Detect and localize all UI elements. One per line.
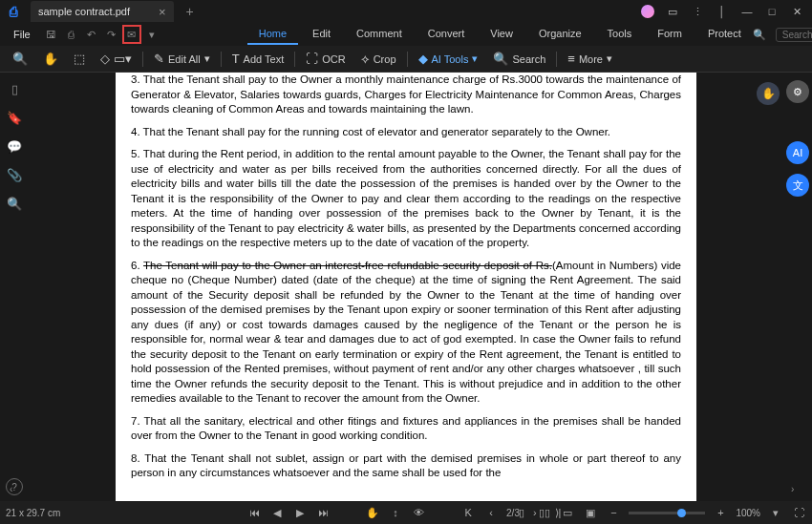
- nav-first-icon[interactable]: ⏮: [246, 505, 262, 520]
- attachment-icon[interactable]: 📎: [6, 166, 23, 183]
- paragraph-3: 3. That the Tenant shall pay to the Owne…: [131, 73, 681, 117]
- divider: [556, 52, 557, 67]
- hand-badge-icon[interactable]: ✋: [757, 82, 780, 105]
- page-next-icon[interactable]: ›: [527, 505, 543, 520]
- page-dimensions: 21 x 29.7 cm: [6, 508, 60, 518]
- menu-bar: File 🖫 ⎙ ↶ ↷ ✉ ▾ Home Edit Comment Conve…: [0, 23, 812, 46]
- main-menu: Home Edit Comment Convert View Organize …: [247, 25, 753, 45]
- status-bar: 21 x 29.7 cm ⏮ ◀ ▶ ⏭ ✋ ↕ 👁 K ‹ 2/3 › ⟩| …: [0, 501, 812, 524]
- print-icon[interactable]: ⎙: [62, 25, 81, 44]
- ai-tools-button[interactable]: ◆AI Tools▾: [414, 50, 483, 68]
- menu-comment[interactable]: Comment: [345, 25, 414, 45]
- struck-text: The Tenant will pay to the Owner an inte…: [143, 260, 552, 271]
- divider: [142, 52, 143, 67]
- highlight-button[interactable]: ◇▭▾: [96, 50, 137, 68]
- divider: │: [711, 2, 734, 21]
- hand-tool-button[interactable]: ✋: [38, 50, 63, 68]
- maximize-icon[interactable]: □: [760, 2, 783, 21]
- crop-button[interactable]: ⟡Crop: [356, 50, 401, 69]
- document-tab[interactable]: sample contract.pdf ×: [31, 1, 174, 22]
- paragraph-6: 6. The Tenant will pay to the Owner an i…: [131, 259, 681, 407]
- add-text-button[interactable]: TAdd Text: [227, 50, 289, 68]
- more-button[interactable]: ≡More▾: [563, 50, 617, 68]
- menu-icon[interactable]: ▭: [661, 2, 684, 21]
- undo-icon[interactable]: ↶: [82, 25, 101, 44]
- minimize-icon[interactable]: —: [736, 2, 759, 21]
- menu-form[interactable]: Form: [646, 25, 694, 45]
- more-icon[interactable]: ⋮: [686, 2, 709, 21]
- comment-panel-icon[interactable]: 💬: [6, 137, 23, 155]
- page-indicator: 2/3: [506, 508, 520, 518]
- nav-last-icon[interactable]: ⏭: [315, 505, 331, 520]
- thumbnail-icon[interactable]: ▯: [6, 80, 23, 97]
- toolbar: 🔍 ✋ ⬚ ◇▭▾ ✎Edit All▾ TAdd Text ⛶OCR ⟡Cro…: [0, 46, 812, 73]
- close-icon[interactable]: ×: [159, 5, 166, 19]
- nav-next-icon[interactable]: ▶: [292, 505, 308, 520]
- page: 3. That the Tenant shall pay to the Owne…: [116, 73, 696, 501]
- hand-icon[interactable]: ✋: [365, 505, 380, 520]
- paragraph-7: 7. That all the sanitary, electrical and…: [131, 414, 681, 444]
- paragraph-8: 8. That the Tenant shall not sublet, ass…: [131, 451, 681, 481]
- menu-view[interactable]: View: [479, 25, 524, 45]
- redo-icon[interactable]: ↷: [102, 25, 121, 44]
- tab-label: sample contract.pdf: [38, 6, 130, 17]
- paragraph-4: 4. That the Tenant shall pay for the run…: [131, 125, 681, 140]
- left-sidebar: ▯ 🔖 💬 📎 🔍: [0, 73, 29, 501]
- email-icon[interactable]: ✉: [122, 25, 141, 44]
- scroll-icon[interactable]: ↕: [388, 505, 403, 520]
- menu-organize[interactable]: Organize: [527, 25, 593, 45]
- dropdown-icon[interactable]: ▾: [142, 25, 161, 44]
- ai-panel-icon[interactable]: AI: [786, 141, 809, 164]
- zoom-in-icon[interactable]: +: [713, 505, 728, 520]
- fit-width-icon[interactable]: ▣: [583, 505, 598, 520]
- read-icon[interactable]: 👁: [411, 505, 426, 520]
- menu-home[interactable]: Home: [247, 25, 298, 45]
- zoom-dropdown-icon[interactable]: ▾: [768, 505, 783, 520]
- file-menu[interactable]: File: [6, 27, 38, 42]
- search-button[interactable]: 🔍Search: [488, 50, 550, 68]
- divider: [221, 52, 222, 67]
- save-icon[interactable]: 🖫: [42, 25, 61, 44]
- zoom-out-icon[interactable]: −: [606, 505, 621, 520]
- zoom-value: 100%: [736, 508, 760, 518]
- title-bar: ⎙ sample contract.pdf × + ▭ ⋮ │ — □ ✕: [0, 0, 812, 23]
- zoom-in-button[interactable]: 🔍: [8, 50, 32, 68]
- divider: [407, 52, 408, 67]
- new-tab-button[interactable]: +: [182, 4, 199, 19]
- app-logo-icon: ⎙: [0, 0, 27, 23]
- bookmark-icon[interactable]: 🔖: [6, 109, 23, 126]
- edit-all-button[interactable]: ✎Edit All▾: [149, 50, 215, 68]
- search-panel-icon[interactable]: 🔍: [6, 195, 23, 212]
- menu-protect[interactable]: Protect: [696, 25, 753, 45]
- translate-icon[interactable]: 文: [786, 174, 809, 197]
- page-prev-icon[interactable]: ‹: [483, 505, 499, 520]
- ocr-button[interactable]: ⛶OCR: [301, 50, 350, 68]
- document-viewport: 3. That the Tenant shall pay to the Owne…: [29, 73, 783, 501]
- select-tool-button[interactable]: ⬚: [69, 50, 90, 68]
- menu-tools[interactable]: Tools: [596, 25, 644, 45]
- collapse-left-icon[interactable]: ‹: [10, 484, 21, 495]
- search-icon: 🔍: [753, 29, 766, 41]
- menu-edit[interactable]: Edit: [301, 25, 342, 45]
- right-sidebar: ⚙ AI 文: [783, 73, 812, 501]
- paragraph-5: 5. That during the Rent period, in addit…: [131, 147, 681, 251]
- zoom-slider[interactable]: [629, 512, 705, 514]
- user-avatar[interactable]: [636, 2, 659, 21]
- page-first-icon[interactable]: K: [460, 505, 476, 520]
- fullscreen-icon[interactable]: ⛶: [791, 505, 806, 520]
- search-input[interactable]: [776, 28, 812, 42]
- close-window-icon[interactable]: ✕: [785, 2, 808, 21]
- menu-convert[interactable]: Convert: [417, 25, 477, 45]
- divider: [294, 52, 295, 67]
- page-last-icon[interactable]: ⟩|: [550, 505, 566, 520]
- nav-prev-icon[interactable]: ◀: [269, 505, 285, 520]
- settings-icon[interactable]: ⚙: [786, 80, 809, 103]
- collapse-right-icon[interactable]: ›: [791, 484, 802, 495]
